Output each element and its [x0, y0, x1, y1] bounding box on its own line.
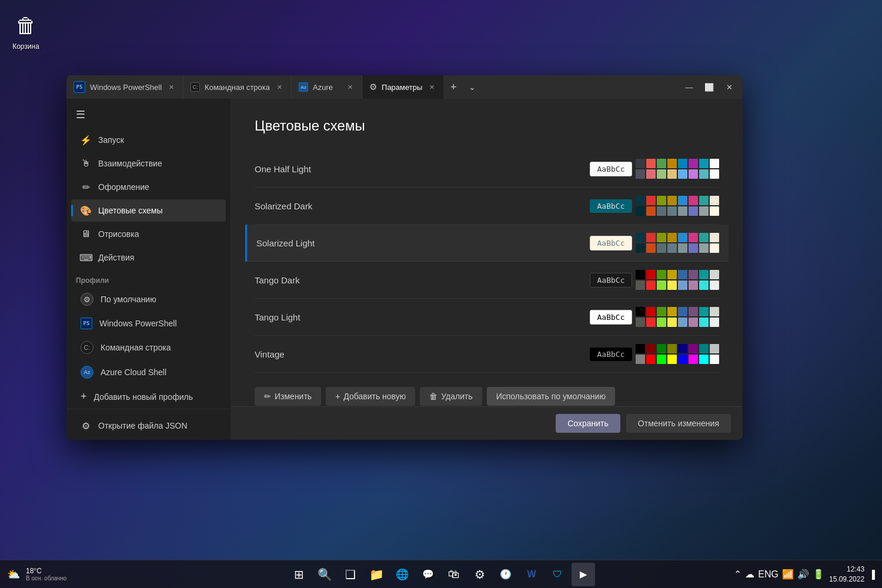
- cmd-tab-icon: C:: [191, 82, 200, 92]
- store-button[interactable]: 🛍: [442, 563, 466, 586]
- scheme-preview: AaBbCc: [590, 344, 719, 364]
- edit-button[interactable]: ✏ Изменить: [255, 387, 321, 406]
- set-default-button[interactable]: Использовать по умолчанию: [487, 387, 615, 406]
- taskbar-clock[interactable]: 12:43 15.09.2022: [829, 564, 864, 584]
- scheme-row-1[interactable]: Solarized Dark AaBbCc: [255, 188, 719, 225]
- maximize-button[interactable]: ⬜: [700, 78, 718, 96]
- new-tab-button[interactable]: +: [444, 75, 463, 99]
- tab-dropdown-button[interactable]: ⌄: [463, 75, 482, 99]
- cancel-button[interactable]: Отменить изменения: [626, 414, 731, 433]
- shield-button[interactable]: 🛡: [546, 563, 569, 586]
- add-button[interactable]: + Добавить новую: [326, 387, 415, 406]
- color-cell: [699, 270, 709, 279]
- scheme-row-0[interactable]: One Half Light AaBbCc: [255, 151, 719, 188]
- scheme-row-2[interactable]: Solarized Light AaBbCc: [245, 225, 729, 262]
- network-icon[interactable]: ☁: [745, 569, 754, 580]
- terminal-taskbar-button[interactable]: ▶: [572, 563, 595, 586]
- color-cell: [667, 307, 677, 316]
- recycle-bin[interactable]: 🗑 Корзина: [12, 12, 40, 51]
- sidebar-actions-label: Действия: [98, 253, 134, 262]
- delete-button[interactable]: 🗑 Удалить: [420, 387, 482, 406]
- chat-button[interactable]: 💬: [416, 563, 440, 586]
- sidebar-profile-powershell[interactable]: PS Windows PowerShell: [71, 312, 226, 335]
- tab-cmd[interactable]: C: Командная строка ✕: [183, 75, 292, 99]
- scheme-preview: AaBbCc: [590, 270, 719, 290]
- tab-powershell-close[interactable]: ✕: [166, 82, 176, 92]
- close-button[interactable]: ✕: [720, 78, 738, 96]
- profiles-section-label: Профили: [66, 269, 230, 287]
- color-cell: [646, 355, 656, 364]
- sidebar-profile-default[interactable]: ⚙ По умолчанию: [71, 288, 226, 311]
- terminal-window: PS Windows PowerShell ✕ C: Командная стр…: [66, 75, 743, 440]
- sidebar-profile-azure[interactable]: Az Azure Cloud Shell: [71, 360, 226, 384]
- preview-text: AaBbCc: [590, 236, 632, 250]
- tab-powershell-label: Windows PowerShell: [90, 83, 162, 92]
- scheme-row-5[interactable]: Vintage AaBbCc: [255, 336, 719, 373]
- tab-azure[interactable]: Az Azure ✕: [292, 75, 362, 99]
- interaction-icon: 🖱: [81, 158, 91, 169]
- scheme-row-4[interactable]: Tango Light AaBbCc: [255, 299, 719, 336]
- sidebar-item-startup[interactable]: ⚡ Запуск: [71, 129, 226, 151]
- edge-button[interactable]: 🌐: [390, 563, 414, 586]
- tab-azure-close[interactable]: ✕: [345, 82, 355, 92]
- word-button[interactable]: W: [520, 563, 543, 586]
- start-button[interactable]: ⊞: [287, 563, 310, 586]
- color-cell: [667, 196, 677, 205]
- volume-icon[interactable]: 🔊: [797, 569, 809, 580]
- tab-settings[interactable]: ⚙ Параметры ✕: [362, 75, 444, 99]
- add-profile-button[interactable]: + Добавить новый профиль: [71, 385, 226, 408]
- color-cell: [667, 233, 677, 242]
- search-button[interactable]: 🔍: [313, 563, 336, 586]
- minimize-button[interactable]: —: [680, 78, 698, 96]
- sidebar-item-actions[interactable]: ⌨ Действия: [71, 246, 226, 269]
- color-cell: [689, 344, 698, 353]
- tab-cmd-close[interactable]: ✕: [275, 82, 284, 92]
- tab-settings-label: Параметры: [382, 83, 422, 92]
- open-json-button[interactable]: ⚙ Открытие файла JSON: [71, 415, 226, 437]
- save-button[interactable]: Сохранить: [556, 414, 620, 433]
- tab-powershell[interactable]: PS Windows PowerShell ✕: [66, 75, 183, 99]
- tab-azure-label: Azure: [313, 83, 333, 92]
- color-cell: [678, 169, 687, 179]
- scheme-row-3[interactable]: Tango Dark AaBbCc: [255, 262, 719, 299]
- color-cell: [689, 307, 698, 316]
- color-cell: [699, 243, 709, 253]
- lang-indicator[interactable]: ENG: [758, 569, 779, 580]
- color-cell: [699, 169, 709, 179]
- sidebar-item-appearance[interactable]: ✏ Оформление: [71, 176, 226, 198]
- tab-settings-close[interactable]: ✕: [427, 82, 436, 92]
- color-cell: [657, 280, 666, 290]
- sidebar-item-rendering[interactable]: 🖥 Отрисовка: [71, 223, 226, 245]
- colorschemes-icon: 🎨: [81, 205, 91, 216]
- add-button-label: Добавить новую: [343, 392, 406, 401]
- color-cell: [710, 280, 719, 290]
- taskbar-right: ⌃ ☁ ENG 📶 🔊 🔋 12:43 15.09.2022 ▐: [734, 564, 875, 584]
- show-desktop-button[interactable]: ▐: [869, 570, 875, 579]
- hamburger-menu[interactable]: ☰: [66, 103, 230, 128]
- action-bar: ✏ Изменить + Добавить новую 🗑 Удалить: [255, 387, 719, 406]
- sidebar-profile-cmd[interactable]: C: Командная строка: [71, 336, 226, 359]
- wifi-icon[interactable]: 📶: [782, 569, 794, 580]
- color-grid: [636, 196, 719, 216]
- explorer-button[interactable]: 📁: [365, 563, 388, 586]
- color-cell: [636, 206, 645, 216]
- powershell-tab-icon: PS: [74, 81, 85, 93]
- color-cell: [646, 270, 656, 279]
- task-view-button[interactable]: ❑: [339, 563, 362, 586]
- clock-taskbar-button[interactable]: 🕐: [494, 563, 517, 586]
- sidebar-item-colorschemes[interactable]: 🎨 Цветовые схемы: [71, 199, 226, 222]
- battery-icon[interactable]: 🔋: [813, 569, 824, 580]
- color-cell: [657, 169, 666, 179]
- color-cell: [699, 206, 709, 216]
- chevron-icon[interactable]: ⌃: [734, 569, 741, 580]
- scheme-name: Solarized Light: [256, 238, 590, 248]
- settings-taskbar-button[interactable]: ⚙: [468, 563, 492, 586]
- color-cell: [636, 280, 645, 290]
- sidebar-item-interaction[interactable]: 🖱 Взаимодействие: [71, 152, 226, 175]
- color-cell: [699, 355, 709, 364]
- title-bar: PS Windows PowerShell ✕ C: Командная стр…: [66, 75, 743, 99]
- color-cell: [646, 243, 656, 253]
- powershell-profile-icon: PS: [81, 318, 92, 329]
- scheme-name: Tango Dark: [255, 275, 590, 285]
- color-cell: [678, 243, 687, 253]
